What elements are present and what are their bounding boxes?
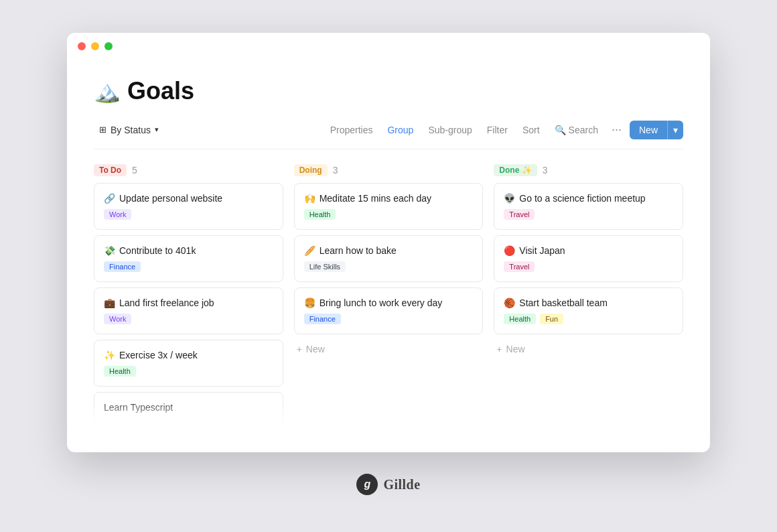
- card-lunch[interactable]: 🍔 Bring lunch to work every day Finance: [294, 287, 484, 334]
- toolbar: ⊞ By Status ▾ Properties Group Sub-group…: [94, 120, 683, 149]
- tag-travel-2[interactable]: Travel: [504, 261, 535, 272]
- card-401k-title: 💸 Contribute to 401k: [104, 245, 273, 256]
- card-meditate-tags: Health: [304, 209, 474, 220]
- page-title-emoji: 🏔️: [94, 78, 121, 104]
- window: 🏔️ Goals ⊞ By Status ▾ Properties Group …: [67, 33, 710, 452]
- traffic-light-green[interactable]: [104, 42, 113, 50]
- column-todo-header: To Do 5: [94, 164, 283, 176]
- tag-health-2[interactable]: Health: [304, 209, 336, 220]
- watermark-logo: g: [356, 474, 378, 495]
- new-done-row[interactable]: + New: [494, 340, 683, 358]
- link-icon: 🔗: [104, 193, 115, 204]
- card-freelance-tags: Work: [104, 314, 273, 324]
- doing-badge: Doing: [294, 164, 328, 176]
- card-exercise-title: ✨ Exercise 3x / week: [104, 350, 273, 360]
- search-label: Search: [569, 125, 598, 135]
- done-count: 3: [543, 165, 548, 176]
- new-button[interactable]: New ▾: [630, 121, 683, 139]
- page-title: 🏔️ Goals: [94, 77, 683, 105]
- card-bake-title: 🥖 Learn how to bake: [304, 245, 474, 256]
- sparkle-icon: ✨: [104, 350, 115, 360]
- column-doing: Doing 3 🙌 Meditate 15 mins each day Heal…: [294, 164, 484, 425]
- plus-icon-doing: +: [297, 344, 302, 354]
- money-icon: 💸: [104, 245, 115, 256]
- card-update-website[interactable]: 🔗 Update personal website Work: [94, 183, 283, 230]
- group-button[interactable]: Group: [382, 122, 419, 138]
- tag-health[interactable]: Health: [104, 366, 136, 377]
- card-japan[interactable]: 🔴 Visit Japan Travel: [494, 235, 683, 282]
- properties-button[interactable]: Properties: [325, 122, 378, 138]
- card-japan-tags: Travel: [504, 261, 673, 272]
- traffic-light-red[interactable]: [78, 42, 86, 50]
- card-bake[interactable]: 🥖 Learn how to bake Life Skills: [294, 235, 484, 282]
- traffic-lights: [78, 42, 113, 50]
- card-basketball-tags: Health Fun: [504, 314, 673, 324]
- tag-work-2[interactable]: Work: [104, 314, 131, 324]
- card-scifi-tags: Travel: [504, 209, 673, 220]
- more-button[interactable]: ···: [608, 120, 626, 139]
- search-item[interactable]: 🔍 Search: [549, 122, 604, 138]
- card-exercise[interactable]: ✨ Exercise 3x / week Health: [94, 340, 283, 387]
- by-status-label: By Status: [111, 125, 151, 135]
- basketball-icon: 🏀: [504, 297, 515, 308]
- watermark: g Gillde: [356, 463, 420, 499]
- tag-lifeskills[interactable]: Life Skills: [304, 261, 346, 272]
- card-meditate[interactable]: 🙌 Meditate 15 mins each day Health: [294, 183, 484, 230]
- sort-button[interactable]: Sort: [517, 122, 545, 138]
- card-partial-title: Learn Typescript: [104, 402, 273, 413]
- column-todo: To Do 5 🔗 Update personal website Work: [94, 164, 283, 425]
- board-columns: To Do 5 🔗 Update personal website Work: [94, 164, 683, 425]
- doing-count: 3: [333, 165, 338, 176]
- todo-badge: To Do: [94, 164, 127, 176]
- tag-health-3[interactable]: Health: [504, 314, 536, 324]
- tag-finance[interactable]: Finance: [104, 261, 141, 272]
- card-partial-todo[interactable]: Learn Typescript: [94, 392, 283, 425]
- card-meditate-title: 🙌 Meditate 15 mins each day: [304, 193, 474, 204]
- card-lunch-title: 🍔 Bring lunch to work every day: [304, 297, 474, 308]
- title-bar: [67, 33, 710, 57]
- japan-icon: 🔴: [504, 245, 515, 256]
- new-button-label: New: [630, 121, 667, 139]
- bread-icon: 🥖: [304, 245, 315, 256]
- card-freelance[interactable]: 💼 Land first freelance job Work: [94, 287, 283, 334]
- card-401k-tags: Finance: [104, 261, 273, 272]
- todo-count: 5: [132, 165, 137, 176]
- card-scifi[interactable]: 👽 Go to a science fiction meetup Travel: [494, 183, 683, 230]
- subgroup-button[interactable]: Sub-group: [423, 122, 477, 138]
- new-doing-row[interactable]: + New: [294, 340, 484, 358]
- card-scifi-title: 👽 Go to a science fiction meetup: [504, 193, 673, 204]
- card-exercise-tags: Health: [104, 366, 273, 377]
- done-badge: Done ✨: [494, 164, 537, 176]
- tag-finance-2[interactable]: Finance: [304, 314, 341, 324]
- new-button-chevron-icon[interactable]: ▾: [667, 121, 683, 139]
- burger-icon: 🍔: [304, 297, 315, 308]
- content: 🏔️ Goals ⊞ By Status ▾ Properties Group …: [67, 57, 710, 452]
- raised-hands-icon: 🙌: [304, 193, 315, 204]
- new-done-label: New: [506, 344, 525, 354]
- alien-icon: 👽: [504, 193, 515, 204]
- card-basketball-title: 🏀 Start basketball team: [504, 297, 673, 308]
- tag-work[interactable]: Work: [104, 209, 131, 220]
- by-status-button[interactable]: ⊞ By Status ▾: [94, 122, 164, 138]
- page-title-text: Goals: [127, 77, 194, 105]
- tag-fun[interactable]: Fun: [540, 314, 563, 324]
- column-done-header: Done ✨ 3: [494, 164, 683, 176]
- chevron-down-icon: ▾: [155, 125, 159, 134]
- briefcase-icon: 💼: [104, 297, 115, 308]
- card-basketball[interactable]: 🏀 Start basketball team Health Fun: [494, 287, 683, 334]
- table-icon: ⊞: [99, 125, 107, 135]
- traffic-light-yellow[interactable]: [91, 42, 99, 50]
- card-bake-tags: Life Skills: [304, 261, 474, 272]
- card-401k[interactable]: 💸 Contribute to 401k Finance: [94, 235, 283, 282]
- tag-travel[interactable]: Travel: [504, 209, 535, 220]
- watermark-text: Gillde: [383, 477, 420, 492]
- column-doing-header: Doing 3: [294, 164, 484, 176]
- app-wrapper: 🏔️ Goals ⊞ By Status ▾ Properties Group …: [67, 6, 710, 526]
- card-lunch-tags: Finance: [304, 314, 474, 324]
- filter-button[interactable]: Filter: [482, 122, 513, 138]
- card-japan-title: 🔴 Visit Japan: [504, 245, 673, 256]
- plus-icon-done: +: [496, 344, 502, 354]
- search-icon: 🔍: [555, 125, 566, 135]
- card-update-website-tags: Work: [104, 209, 273, 220]
- card-freelance-title: 💼 Land first freelance job: [104, 297, 273, 308]
